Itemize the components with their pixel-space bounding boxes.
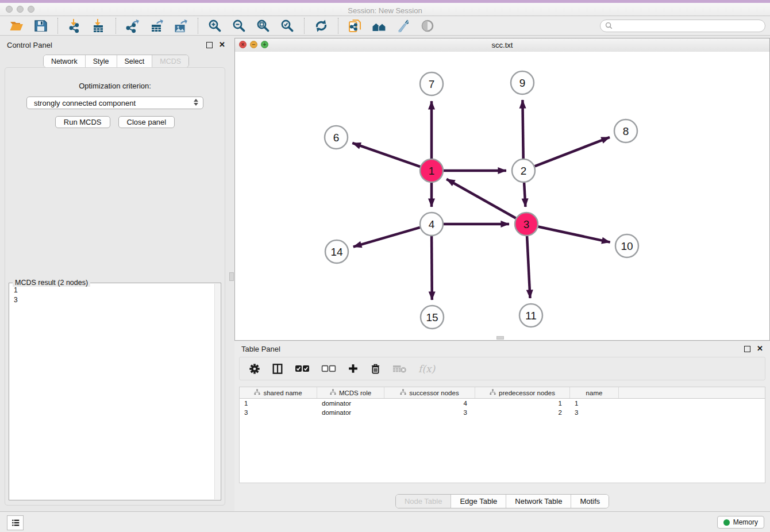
close-panel-button[interactable]: Close panel: [118, 116, 175, 128]
table-row[interactable]: 1dominator411: [240, 399, 765, 408]
memory-label: Memory: [733, 518, 758, 526]
svg-text:9: 9: [519, 77, 526, 89]
table-cell[interactable]: 3: [384, 409, 475, 416]
float-panel-icon[interactable]: [744, 346, 750, 352]
node-table: shared nameMCDS rolesuccessor nodesprede…: [239, 387, 765, 483]
graph-edge-4-14[interactable]: [353, 228, 420, 247]
graph-edge-4-15[interactable]: [432, 236, 432, 300]
graph-node-11[interactable]: 11: [519, 304, 542, 327]
memory-button[interactable]: Memory: [717, 516, 764, 529]
run-mcds-button[interactable]: Run MCDS: [55, 116, 110, 128]
delete-column-icon[interactable]: [370, 363, 381, 375]
network-canvas[interactable]: 1234678910111415: [235, 52, 769, 340]
export-image-icon[interactable]: [172, 18, 190, 34]
graph-node-15[interactable]: 15: [421, 306, 444, 329]
float-panel-icon[interactable]: [206, 42, 213, 48]
table-cell[interactable]: 3: [240, 409, 317, 416]
network-view-window: ×−+ scc.txt 1234678910111415: [234, 38, 770, 341]
apply-layout-icon[interactable]: [313, 18, 330, 34]
tab-network[interactable]: Network: [44, 55, 85, 67]
column-header-name[interactable]: name: [570, 387, 619, 398]
zoom-selected-icon[interactable]: [279, 18, 296, 34]
close-panel-icon[interactable]: ✕: [757, 345, 763, 352]
zoom-in-icon[interactable]: [206, 18, 224, 34]
zoom-out-icon[interactable]: [230, 18, 248, 34]
graph-edge-1-6[interactable]: [352, 143, 420, 167]
tab-motifs[interactable]: Motifs: [571, 495, 609, 508]
column-header-successor-nodes[interactable]: successor nodes: [384, 387, 475, 398]
first-neighbors-icon[interactable]: [371, 18, 388, 34]
task-history-button[interactable]: [7, 515, 24, 530]
graph-node-8[interactable]: 8: [614, 119, 637, 142]
table-panel: Table Panel ✕ f(x) shared nameMCDS roles…: [234, 342, 770, 511]
graph-node-14[interactable]: 14: [325, 240, 348, 263]
toolbar-separator: [57, 18, 58, 34]
optimization-criterion-select[interactable]: strongly connected component: [26, 97, 203, 109]
table-cell[interactable]: 4: [384, 400, 475, 407]
table-row[interactable]: 3dominator323: [240, 408, 765, 417]
network-window-titlebar[interactable]: ×−+ scc.txt: [235, 38, 769, 52]
table-cell[interactable]: dominator: [317, 409, 384, 416]
tab-select[interactable]: Select: [117, 55, 152, 67]
graph-node-2[interactable]: 2: [512, 159, 535, 182]
graph-node-9[interactable]: 9: [511, 71, 534, 94]
table-cell[interactable]: 1: [570, 400, 619, 407]
table-cell[interactable]: dominator: [317, 400, 384, 407]
tab-style[interactable]: Style: [85, 55, 117, 67]
graph-edge-2-8[interactable]: [535, 137, 610, 167]
result-scrollbar[interactable]: [214, 284, 220, 499]
save-session-icon[interactable]: [32, 18, 49, 34]
table-settings-icon[interactable]: [249, 363, 260, 375]
tab-node-table[interactable]: Node Table: [396, 495, 451, 508]
search-box[interactable]: [600, 20, 765, 32]
graph-node-7[interactable]: 7: [420, 72, 443, 95]
control-panel-title: Control Panel: [7, 41, 52, 49]
new-network-from-selection-icon[interactable]: [346, 18, 364, 34]
import-table-icon[interactable]: [90, 18, 107, 34]
table-cell[interactable]: 1: [475, 400, 570, 407]
hide-graphics-details-icon[interactable]: [395, 18, 412, 34]
graph-node-10[interactable]: 10: [615, 234, 638, 257]
function-builder-icon[interactable]: f(x): [418, 363, 435, 375]
column-layout-icon[interactable]: [272, 363, 283, 375]
graph-node-4[interactable]: 4: [420, 213, 443, 236]
graph-edge-3-10[interactable]: [538, 227, 610, 242]
graph-edge-3-11[interactable]: [527, 236, 530, 298]
tab-mcds[interactable]: MCDS: [152, 55, 188, 67]
graph-node-6[interactable]: 6: [325, 126, 348, 149]
unselect-all-checks-icon[interactable]: [321, 364, 336, 373]
table-cell[interactable]: 1: [240, 400, 317, 407]
mcds-result-text[interactable]: 13: [14, 286, 213, 499]
graph-node-3[interactable]: 3: [515, 213, 538, 236]
table-header-row: shared nameMCDS rolesuccessor nodesprede…: [240, 387, 765, 399]
export-table-icon[interactable]: [148, 18, 165, 34]
graph-edge-2-3[interactable]: [524, 183, 525, 207]
graph-edge-2-9[interactable]: [522, 100, 523, 159]
table-cell[interactable]: 2: [475, 409, 570, 416]
tab-network-table[interactable]: Network Table: [506, 495, 571, 508]
select-all-checks-icon[interactable]: [295, 364, 310, 373]
column-header-mcds-role[interactable]: MCDS role: [317, 387, 384, 398]
delete-table-icon[interactable]: [392, 364, 407, 373]
column-header-predecessor-nodes[interactable]: predecessor nodes: [475, 387, 570, 398]
birdseye-view-icon[interactable]: [419, 18, 436, 34]
graph-edge-3-1[interactable]: [446, 179, 516, 218]
attribute-tree-icon: [330, 389, 336, 396]
toolbar-separator: [304, 18, 305, 34]
close-panel-icon[interactable]: ✕: [219, 41, 225, 48]
toolbar-separator: [116, 18, 116, 34]
table-cell[interactable]: 3: [570, 409, 619, 416]
search-input[interactable]: [615, 21, 760, 30]
main-toolbar: [0, 16, 770, 36]
canvas-scrollbar-thumb[interactable]: [496, 336, 504, 340]
zoom-fit-icon[interactable]: [255, 18, 272, 34]
graph-node-1[interactable]: 1: [420, 159, 443, 182]
tab-edge-table[interactable]: Edge Table: [451, 495, 506, 508]
splitter-handle[interactable]: [229, 272, 234, 281]
import-network-icon[interactable]: [66, 18, 83, 34]
svg-text:1: 1: [429, 165, 435, 177]
add-column-icon[interactable]: [348, 363, 359, 374]
open-file-icon[interactable]: [8, 18, 25, 34]
column-header-shared-name[interactable]: shared name: [240, 387, 317, 398]
export-network-icon[interactable]: [124, 18, 141, 34]
